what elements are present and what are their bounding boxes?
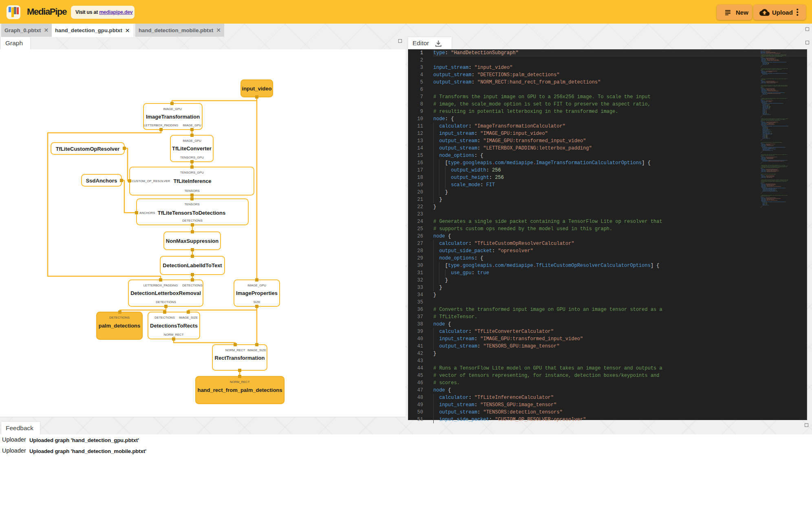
svg-text:IMAGE_SIZE: IMAGE_SIZE xyxy=(247,348,266,352)
svg-text:LETTERBOX_PADDING: LETTERBOX_PADDING xyxy=(144,123,178,127)
svg-text:TENSORS: TENSORS xyxy=(184,189,199,193)
svg-text:DetectionsToRects: DetectionsToRects xyxy=(150,323,198,329)
svg-text:ImageProperties: ImageProperties xyxy=(236,290,278,296)
svg-text:IMAGE_GPU: IMAGE_GPU xyxy=(247,284,266,287)
svg-text:TfLiteConverter: TfLiteConverter xyxy=(172,145,212,152)
svg-text:TENSORS_GPU: TENSORS_GPU xyxy=(180,156,204,159)
svg-text:ImageTransformation: ImageTransformation xyxy=(146,114,200,120)
svg-text:IMAGE_SIZE: IMAGE_SIZE xyxy=(179,316,198,319)
svg-text:TfLiteTensorsToDetections: TfLiteTensorsToDetections xyxy=(158,210,225,216)
svg-text:RectTransformation: RectTransformation xyxy=(215,355,265,361)
svg-text:TfLiteCustomOpResolver: TfLiteCustomOpResolver xyxy=(56,146,120,152)
svg-text:DetectionLabelIdToText: DetectionLabelIdToText xyxy=(163,262,222,268)
svg-text:NORM_RECT: NORM_RECT xyxy=(230,380,250,384)
svg-text:DETECTIONS: DETECTIONS xyxy=(182,284,203,287)
svg-text:CUSTOM_OP_RESOLVER: CUSTOM_OP_RESOLVER xyxy=(132,179,170,183)
svg-text:DETECTIONS: DETECTIONS xyxy=(156,300,176,304)
svg-text:IMAGE_GPU: IMAGE_GPU xyxy=(183,139,201,143)
svg-text:NORM_RECT: NORM_RECT xyxy=(225,348,245,352)
svg-text:SIZE: SIZE xyxy=(253,300,260,304)
svg-text:TfLiteInference: TfLiteInference xyxy=(173,178,211,184)
svg-text:NORM_RECT: NORM_RECT xyxy=(164,333,184,337)
svg-text:NonMaxSuppression: NonMaxSuppression xyxy=(166,238,218,244)
svg-text:DetectionLetterboxRemoval: DetectionLetterboxRemoval xyxy=(130,290,201,296)
svg-text:palm_detections: palm_detections xyxy=(99,323,141,329)
svg-text:ANCHORS: ANCHORS xyxy=(139,211,155,215)
svg-text:SsdAnchors: SsdAnchors xyxy=(86,178,117,184)
svg-text:DETECTIONS: DETECTIONS xyxy=(109,316,130,319)
svg-text:DETECTIONS: DETECTIONS xyxy=(182,219,203,222)
svg-text:LETTERBOX_PADDING: LETTERBOX_PADDING xyxy=(143,284,178,287)
svg-text:IMAGE_GPU: IMAGE_GPU xyxy=(163,107,182,111)
svg-text:IMAGE_GPU: IMAGE_GPU xyxy=(183,123,201,127)
svg-text:TENSORS_GPU: TENSORS_GPU xyxy=(180,171,204,174)
svg-text:TENSORS: TENSORS xyxy=(184,202,199,206)
svg-text:input_video: input_video xyxy=(242,86,272,92)
svg-text:DETECTIONS: DETECTIONS xyxy=(154,316,175,319)
svg-text:hand_rect_from_palm_detections: hand_rect_from_palm_detections xyxy=(197,387,282,393)
